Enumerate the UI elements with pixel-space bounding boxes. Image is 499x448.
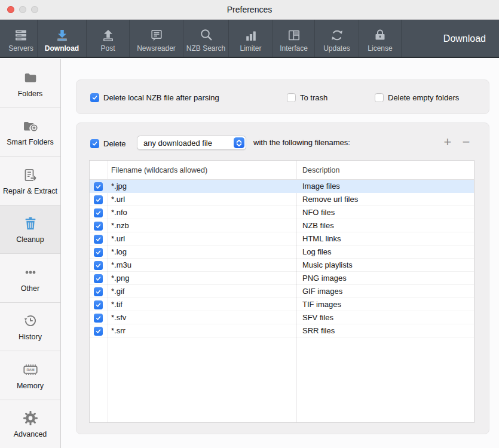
interface-icon [287, 26, 301, 42]
toolbar-tab-post[interactable]: Post [87, 20, 130, 57]
folders-icon [23, 69, 38, 87]
table-row[interactable]: *.urlHTML links [90, 232, 474, 246]
repair-extract-icon [22, 166, 39, 184]
to-trash-option: To trash [287, 90, 327, 105]
other-icon [22, 263, 39, 281]
description-cell: GIF images [302, 285, 342, 298]
description-column-header[interactable]: Description [302, 161, 340, 180]
table-row[interactable]: *.sfvSFV files [90, 311, 474, 324]
preferences-toolbar: ServersDownloadPostNewsreaderNZB SearchL… [0, 20, 499, 58]
toolbar-tab-servers[interactable]: Servers [5, 20, 38, 57]
table-row[interactable]: *.pngPNG images [90, 272, 474, 285]
memory-icon: RAM [22, 361, 39, 379]
description-cell: Log files [302, 246, 331, 259]
table-body: *.jpgImage files*.urlRemove url files*.n… [90, 180, 474, 337]
description-cell: NZB files [302, 219, 334, 232]
filename-cell: *.url [111, 232, 125, 246]
row-checkbox[interactable] [94, 327, 103, 336]
table-row[interactable]: *.gifGIF images [90, 285, 474, 298]
description-cell: Remove url files [302, 193, 358, 206]
toolbar-tab-newsreader[interactable]: Newsreader [130, 20, 183, 57]
download-icon [55, 26, 69, 42]
row-checkbox[interactable] [94, 274, 103, 283]
table-row[interactable]: *.nfoNFO files [90, 206, 474, 219]
table-row[interactable]: *.logLog files [90, 246, 474, 259]
remove-filename-button[interactable]: − [461, 134, 472, 151]
toolbar-tab-interface[interactable]: Interface [273, 20, 315, 57]
smart-folders-icon [22, 117, 39, 135]
sidebar: FoldersSmart FoldersRepair & ExtractClea… [0, 59, 61, 448]
delete-rule-label: Delete [103, 139, 126, 148]
sidebar-item-history[interactable]: History [0, 303, 60, 352]
limiter-icon [244, 26, 258, 42]
to-trash-label: To trash [300, 93, 327, 102]
delete-empty-folders-checkbox[interactable] [375, 93, 384, 102]
row-checkbox[interactable] [94, 195, 103, 204]
license-icon [373, 26, 387, 42]
filename-cell: *.url [111, 193, 125, 206]
filename-cell: *.log [111, 246, 127, 259]
row-checkbox[interactable] [94, 208, 103, 217]
row-checkbox[interactable] [94, 261, 103, 270]
svg-text:RAM: RAM [26, 368, 34, 372]
row-checkbox[interactable] [94, 314, 103, 323]
toolbar-tab-license[interactable]: License [359, 20, 402, 57]
sidebar-item-repair-extract[interactable]: Repair & Extract [0, 157, 60, 205]
filename-cell: *.jpg [111, 180, 127, 193]
table-row[interactable]: *.nzbNZB files [90, 219, 474, 232]
popup-stepper-icon [234, 137, 244, 148]
filename-cell: *.nzb [111, 219, 129, 232]
row-checkbox[interactable] [94, 222, 103, 231]
table-row[interactable]: *.urlRemove url files [90, 193, 474, 206]
row-checkbox[interactable] [94, 300, 103, 309]
servers-icon [14, 26, 28, 42]
filename-cell: *.tif [111, 298, 123, 311]
scope-select-value: any downloaded file [137, 139, 234, 148]
newsreader-icon [149, 26, 164, 42]
history-icon [23, 312, 38, 330]
table-row[interactable]: *.m3uMusic playlists [90, 259, 474, 272]
table-row[interactable]: *.jpgImage files [90, 180, 474, 193]
advanced-icon [22, 409, 39, 427]
filename-table[interactable]: Filename (wildcards allowed) Description… [89, 160, 474, 423]
cleanup-icon [23, 214, 38, 232]
filename-cell: *.gif [111, 285, 124, 298]
scope-select[interactable]: any downloaded file [137, 136, 246, 150]
description-cell: SFV files [302, 311, 333, 324]
updates-icon [330, 26, 344, 42]
toolbar-tab-updates[interactable]: Updates [315, 20, 359, 57]
nzb-search-icon [199, 26, 213, 42]
description-cell: HTML links [302, 232, 341, 246]
sidebar-item-other[interactable]: Other [0, 254, 60, 303]
table-header: Filename (wildcards allowed) Description [90, 161, 474, 180]
description-cell: NFO files [302, 206, 335, 219]
row-checkbox[interactable] [94, 248, 103, 257]
filename-cell: *.srr [111, 324, 125, 337]
to-trash-checkbox[interactable] [287, 93, 296, 102]
row-checkbox[interactable] [94, 287, 103, 296]
sidebar-item-cleanup[interactable]: Cleanup [0, 205, 60, 254]
delete-rule-checkbox[interactable] [90, 139, 99, 148]
filename-cell: *.nfo [111, 206, 127, 219]
delete-rule-option: Delete [90, 136, 126, 151]
toolbar-tab-download[interactable]: Download [38, 20, 87, 57]
delete-local-nzb-checkbox[interactable] [90, 93, 99, 102]
sidebar-item-folders[interactable]: Folders [0, 59, 60, 108]
filename-column-header[interactable]: Filename (wildcards allowed) [111, 161, 207, 180]
add-filename-button[interactable]: + [442, 134, 453, 151]
delete-empty-folders-option: Delete empty folders [375, 90, 459, 105]
table-row[interactable]: *.tifTIF images [90, 298, 474, 311]
post-icon [101, 26, 115, 42]
table-row[interactable]: *.srrSRR files [90, 324, 474, 337]
toolbar-tab-limiter[interactable]: Limiter [229, 20, 273, 57]
sidebar-item-memory[interactable]: RAMMemory [0, 351, 60, 400]
description-cell: Music playlists [302, 259, 353, 272]
sidebar-item-advanced[interactable]: Advanced [0, 400, 60, 448]
rule-suffix-label: with the following filenames: [253, 138, 350, 147]
row-checkbox[interactable] [94, 182, 103, 191]
filename-cell: *.m3u [111, 259, 131, 272]
toolbar-tab-nzb-search[interactable]: NZB Search [183, 20, 229, 57]
sidebar-item-smart-folders[interactable]: Smart Folders [0, 108, 60, 157]
cleanup-rule-row: Delete any downloaded file with the foll… [76, 136, 489, 151]
row-checkbox[interactable] [94, 235, 103, 244]
